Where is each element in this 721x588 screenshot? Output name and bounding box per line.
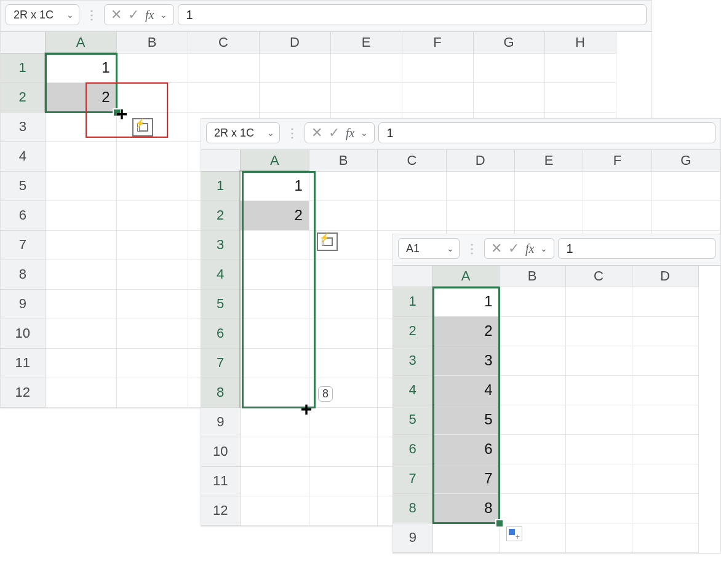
- cell[interactable]: [116, 378, 188, 407]
- column-header[interactable]: C: [188, 32, 259, 53]
- cell[interactable]: [309, 289, 377, 319]
- column-header[interactable]: D: [446, 150, 514, 171]
- cell[interactable]: 1: [240, 171, 309, 201]
- cell[interactable]: [565, 316, 632, 346]
- cell[interactable]: [651, 171, 720, 201]
- cell[interactable]: [651, 201, 720, 230]
- cell[interactable]: 5: [432, 405, 499, 434]
- row-header[interactable]: 1: [1, 53, 45, 82]
- column-header[interactable]: A: [240, 150, 309, 171]
- row-header[interactable]: 6: [393, 434, 432, 464]
- column-header[interactable]: A: [45, 32, 116, 53]
- cancel-icon[interactable]: ✕: [111, 8, 122, 22]
- cell[interactable]: [259, 82, 330, 112]
- cell[interactable]: [378, 201, 446, 230]
- cell[interactable]: [565, 493, 632, 523]
- fill-handle[interactable]: [114, 109, 120, 116]
- column-header[interactable]: C: [378, 150, 446, 171]
- cell[interactable]: [632, 287, 698, 316]
- row-header[interactable]: 10: [1, 319, 45, 348]
- fx-icon[interactable]: fx: [346, 126, 354, 140]
- column-header[interactable]: E: [330, 32, 402, 53]
- smart-tag-icon[interactable]: ⚡: [317, 232, 338, 251]
- cell[interactable]: [240, 407, 309, 437]
- cell[interactable]: [544, 53, 616, 82]
- column-header[interactable]: B: [116, 32, 188, 53]
- row-header[interactable]: 11: [201, 466, 240, 496]
- cell[interactable]: [499, 287, 565, 316]
- cell[interactable]: [259, 53, 330, 82]
- cell[interactable]: [632, 316, 698, 346]
- cell[interactable]: [565, 405, 632, 434]
- cell[interactable]: [116, 82, 188, 112]
- cell[interactable]: [499, 434, 565, 464]
- cell[interactable]: [330, 82, 402, 112]
- formula-input[interactable]: 1: [378, 122, 715, 143]
- column-header[interactable]: E: [514, 150, 583, 171]
- cell[interactable]: [499, 375, 565, 405]
- cell[interactable]: [565, 346, 632, 375]
- column-header[interactable]: H: [544, 32, 616, 53]
- cell[interactable]: [116, 289, 188, 319]
- cell[interactable]: [632, 464, 698, 493]
- cell[interactable]: [45, 230, 116, 260]
- cell[interactable]: [240, 437, 309, 466]
- row-header[interactable]: 3: [1, 112, 45, 141]
- cell[interactable]: [309, 260, 377, 289]
- cell[interactable]: [309, 348, 377, 378]
- cell[interactable]: [632, 523, 698, 552]
- row-header[interactable]: 1: [393, 287, 432, 316]
- row-header[interactable]: 9: [393, 523, 432, 552]
- cell[interactable]: 2: [432, 316, 499, 346]
- autofill-options-icon[interactable]: [506, 526, 522, 541]
- cell[interactable]: [632, 405, 698, 434]
- cell[interactable]: 7: [432, 464, 499, 493]
- cell[interactable]: [309, 171, 377, 201]
- name-box[interactable]: 2R x 1C ⌄: [6, 4, 79, 25]
- row-header[interactable]: 2: [1, 82, 45, 112]
- row-header[interactable]: 2: [393, 316, 432, 346]
- cell[interactable]: [240, 319, 309, 348]
- accept-icon[interactable]: ✓: [329, 126, 340, 140]
- row-header[interactable]: 4: [1, 141, 45, 171]
- row-header[interactable]: 12: [1, 378, 45, 407]
- cell[interactable]: [378, 171, 446, 201]
- cell[interactable]: [402, 53, 473, 82]
- cell[interactable]: [514, 201, 583, 230]
- column-header[interactable]: F: [402, 32, 473, 53]
- cell[interactable]: [240, 466, 309, 496]
- row-header[interactable]: 6: [201, 319, 240, 348]
- row-header[interactable]: 7: [1, 230, 45, 260]
- accept-icon[interactable]: ✓: [128, 8, 139, 22]
- cell[interactable]: [45, 378, 116, 407]
- row-header[interactable]: 11: [1, 348, 45, 378]
- cell[interactable]: [565, 464, 632, 493]
- cell[interactable]: [565, 434, 632, 464]
- cell[interactable]: [309, 319, 377, 348]
- row-header[interactable]: 2: [201, 201, 240, 230]
- row-header[interactable]: 8: [1, 260, 45, 289]
- cell[interactable]: [473, 53, 544, 82]
- cell[interactable]: [330, 53, 402, 82]
- column-header[interactable]: G: [651, 150, 720, 171]
- cell[interactable]: [45, 289, 116, 319]
- cell[interactable]: [309, 201, 377, 230]
- cell[interactable]: [632, 434, 698, 464]
- row-header[interactable]: 5: [393, 405, 432, 434]
- cell[interactable]: [116, 171, 188, 201]
- row-header[interactable]: 3: [201, 230, 240, 260]
- cell[interactable]: [116, 319, 188, 348]
- column-header[interactable]: D: [632, 266, 698, 287]
- cell[interactable]: [499, 493, 565, 523]
- fill-handle[interactable]: [496, 520, 503, 526]
- cell[interactable]: 2: [45, 82, 116, 112]
- row-header[interactable]: 9: [1, 289, 45, 319]
- cell[interactable]: [565, 523, 632, 552]
- cell[interactable]: 1: [45, 53, 116, 82]
- row-header[interactable]: 8: [393, 493, 432, 523]
- cell[interactable]: [45, 201, 116, 230]
- cell[interactable]: [309, 466, 377, 496]
- cell[interactable]: [240, 230, 309, 260]
- row-header[interactable]: 12: [201, 496, 240, 525]
- cell[interactable]: 3: [432, 346, 499, 375]
